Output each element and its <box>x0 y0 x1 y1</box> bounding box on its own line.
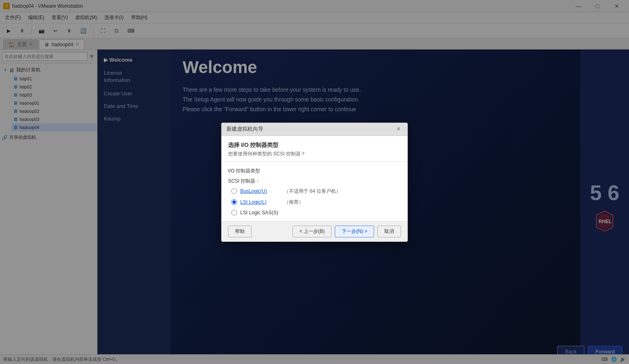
buslogic-label[interactable]: BusLogic(U) <box>240 188 281 194</box>
scsi-radio-group: BusLogic(U) （不适用于 64 位客户机） LSI Logic(L) … <box>231 188 401 215</box>
modal-header-title: 选择 I/O 控制器类型 <box>228 142 401 149</box>
modal-close-button[interactable]: × <box>394 125 403 133</box>
lsilogic-sas-label[interactable]: LSI Logic SAS(S) <box>240 210 281 215</box>
scsi-sub-label: SCSI 控制器： <box>228 178 401 185</box>
buslogic-note: （不适用于 64 位客户机） <box>284 188 341 195</box>
cancel-wizard-button[interactable]: 取消 <box>377 226 401 237</box>
help-button[interactable]: 帮助 <box>228 226 252 237</box>
lsilogic-sas-option: LSI Logic SAS(S) <box>231 210 401 215</box>
modal-footer: 帮助 < 上一步(B) 下一步(N) > 取消 <box>222 222 407 241</box>
lsilogic-note: （推荐） <box>284 199 304 206</box>
modal-overlay: 新建虚拟机向导 × 选择 I/O 控制器类型 您要使用何种类型的 SCSI 控制… <box>0 0 629 364</box>
back-wizard-button[interactable]: < 上一步(B) <box>293 226 332 237</box>
next-wizard-button[interactable]: 下一步(N) > <box>335 226 374 237</box>
lsilogic-label[interactable]: LSI Logic(L) <box>240 199 281 205</box>
buslogic-radio[interactable] <box>231 188 237 194</box>
lsilogic-sas-radio[interactable] <box>231 210 237 215</box>
footer-actions: < 上一步(B) 下一步(N) > 取消 <box>293 226 401 237</box>
modal-title: 新建虚拟机向导 <box>226 125 263 133</box>
new-vm-wizard-modal: 新建虚拟机向导 × 选择 I/O 控制器类型 您要使用何种类型的 SCSI 控制… <box>221 123 408 242</box>
modal-header: 选择 I/O 控制器类型 您要使用何种类型的 SCSI 控制器？ <box>222 136 407 162</box>
modal-body: I/O 控制器类型 SCSI 控制器： BusLogic(U) （不适用于 64… <box>222 162 407 222</box>
buslogic-option: BusLogic(U) （不适用于 64 位客户机） <box>231 188 401 195</box>
io-section-label: I/O 控制器类型 <box>228 168 401 174</box>
lsilogic-radio[interactable] <box>231 199 237 205</box>
lsilogic-option: LSI Logic(L) （推荐） <box>231 199 401 206</box>
modal-title-bar: 新建虚拟机向导 × <box>222 123 407 136</box>
modal-header-subtitle: 您要使用何种类型的 SCSI 控制器？ <box>228 151 401 157</box>
